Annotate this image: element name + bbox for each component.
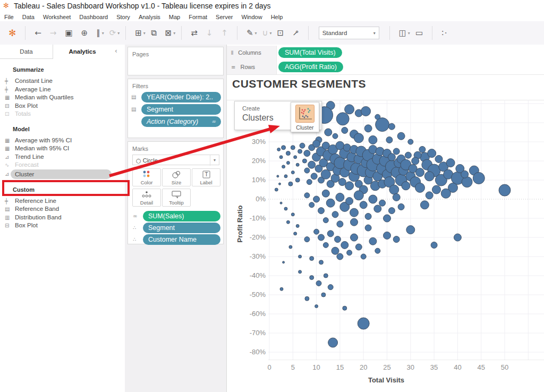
data-bubble[interactable]: [393, 193, 400, 201]
data-bubble[interactable]: [277, 148, 280, 151]
mark-button-tooltip[interactable]: Tooltip: [162, 189, 191, 207]
data-bubble[interactable]: [343, 306, 347, 310]
columns-pill[interactable]: SUM(Total Visits): [278, 47, 342, 58]
data-bubble[interactable]: [316, 280, 321, 286]
data-bubble[interactable]: [369, 135, 377, 144]
filter-pill[interactable]: Action (Category)∞: [141, 116, 221, 127]
data-bubble[interactable]: [408, 139, 413, 144]
menu-item-map[interactable]: Map: [165, 12, 184, 20]
data-bubble[interactable]: [333, 133, 338, 139]
data-bubble[interactable]: [279, 156, 283, 159]
data-bubble[interactable]: [338, 178, 346, 186]
data-bubble[interactable]: [388, 123, 395, 130]
data-bubble[interactable]: [305, 296, 309, 301]
data-bubble[interactable]: [402, 182, 410, 190]
data-bubble[interactable]: [280, 287, 283, 291]
data-bubble[interactable]: [431, 242, 437, 248]
data-bubble[interactable]: [302, 159, 307, 163]
collapse-pane-icon[interactable]: ‹: [115, 47, 117, 55]
mark-type-dropdown[interactable]: ○ Circle ▾: [132, 155, 219, 165]
data-bubble[interactable]: [351, 218, 358, 226]
data-bubble[interactable]: [369, 195, 377, 203]
data-bubble[interactable]: [337, 253, 343, 260]
analytics-item-reference-band[interactable]: ▤Reference Band: [0, 205, 124, 214]
data-bubble[interactable]: [284, 207, 287, 210]
analytics-item-cluster[interactable]: ⊿Cluster: [0, 169, 124, 179]
menu-item-format[interactable]: Format: [184, 12, 211, 20]
data-bubble[interactable]: [355, 244, 362, 250]
data-bubble[interactable]: [282, 165, 285, 168]
analytics-item-constant-line[interactable]: ╪Constant Line: [0, 77, 124, 86]
data-bubble[interactable]: [364, 125, 372, 132]
data-bubble[interactable]: [286, 151, 290, 156]
data-bubble[interactable]: [336, 193, 344, 201]
analytics-item-box-plot[interactable]: ⊟Box Plot: [0, 221, 124, 230]
data-bubble[interactable]: [354, 133, 363, 143]
clear-sheet-icon[interactable]: ⊠: [165, 26, 172, 40]
data-bubble[interactable]: [354, 191, 363, 200]
data-bubble[interactable]: [361, 254, 366, 259]
data-bubble[interactable]: [369, 237, 377, 245]
data-bubble[interactable]: [309, 202, 314, 208]
mark-button-label[interactable]: TLabel: [192, 168, 220, 186]
data-bubble[interactable]: [291, 171, 294, 174]
save-icon[interactable]: ▣: [65, 26, 72, 40]
menu-item-dashboard[interactable]: Dashboard: [75, 12, 112, 20]
data-bubble[interactable]: [379, 200, 386, 206]
data-bubble[interactable]: [299, 270, 302, 274]
menu-item-worksheet[interactable]: Worksheet: [39, 12, 75, 20]
data-bubble[interactable]: [311, 173, 317, 180]
pause-auto-updates-icon[interactable]: ∥: [96, 26, 100, 40]
menu-item-file[interactable]: File: [0, 12, 18, 20]
data-bubble[interactable]: [300, 143, 305, 148]
data-bubble[interactable]: [375, 248, 380, 253]
data-bubble[interactable]: [346, 198, 353, 205]
data-bubble[interactable]: [279, 183, 281, 185]
data-bubble[interactable]: [384, 232, 391, 239]
data-bubble[interactable]: [310, 257, 314, 261]
data-bubble[interactable]: [308, 161, 316, 168]
data-bubble[interactable]: [462, 177, 472, 188]
data-bubble[interactable]: [323, 242, 328, 248]
data-bubble[interactable]: [361, 106, 371, 116]
data-bubble[interactable]: [275, 188, 278, 191]
marks-card[interactable]: Marks ○ Circle ▾ ColorSizeTLabelDetailTo…: [128, 141, 224, 244]
data-bubble[interactable]: [325, 129, 332, 136]
data-bubble[interactable]: [415, 183, 425, 192]
data-bubble[interactable]: [291, 213, 294, 216]
data-bubble[interactable]: [499, 184, 511, 196]
data-bubble[interactable]: [345, 182, 354, 190]
data-bubble[interactable]: [374, 205, 381, 212]
data-bubble[interactable]: [280, 202, 282, 204]
data-bubble[interactable]: [428, 149, 436, 158]
tableau-logo-icon[interactable]: ✻: [8, 26, 16, 40]
data-bubble[interactable]: [386, 137, 393, 143]
data-bubble[interactable]: [328, 338, 338, 347]
analytics-item-average-line[interactable]: ╪Average Line: [0, 86, 124, 94]
tab-data[interactable]: Data: [0, 45, 53, 59]
analytics-item-median-with-95-ci[interactable]: ▦Median with 95% CI: [0, 144, 124, 153]
mark-button-detail[interactable]: Detail: [132, 189, 161, 207]
data-bubble[interactable]: [289, 245, 292, 249]
data-bubble[interactable]: [323, 218, 328, 223]
menu-item-data[interactable]: Data: [18, 12, 39, 20]
data-bubble[interactable]: [351, 234, 358, 241]
undo-icon[interactable]: ←: [35, 26, 41, 40]
data-bubble[interactable]: [336, 113, 349, 125]
data-bubble[interactable]: [424, 172, 434, 181]
data-bubble[interactable]: [294, 232, 297, 235]
data-bubble[interactable]: [358, 318, 369, 329]
data-bubble[interactable]: [337, 221, 343, 227]
data-bubble[interactable]: [277, 175, 279, 177]
data-bubble[interactable]: [313, 140, 320, 148]
data-bubble[interactable]: [347, 250, 352, 255]
data-bubble[interactable]: [322, 190, 329, 197]
columns-shelf[interactable]: ⫴ Columns SUM(Total Visits): [227, 46, 544, 61]
data-bubble[interactable]: [426, 192, 433, 199]
menu-item-story[interactable]: Story: [112, 12, 134, 20]
analytics-item-median-with-quartiles[interactable]: ▦Median with Quartiles: [0, 93, 124, 102]
data-bubble[interactable]: [319, 260, 324, 265]
data-bubble[interactable]: [345, 105, 354, 114]
data-bubble[interactable]: [327, 231, 334, 237]
analytics-item-average-with-95-ci[interactable]: ▦Average with 95% CI: [0, 137, 124, 145]
